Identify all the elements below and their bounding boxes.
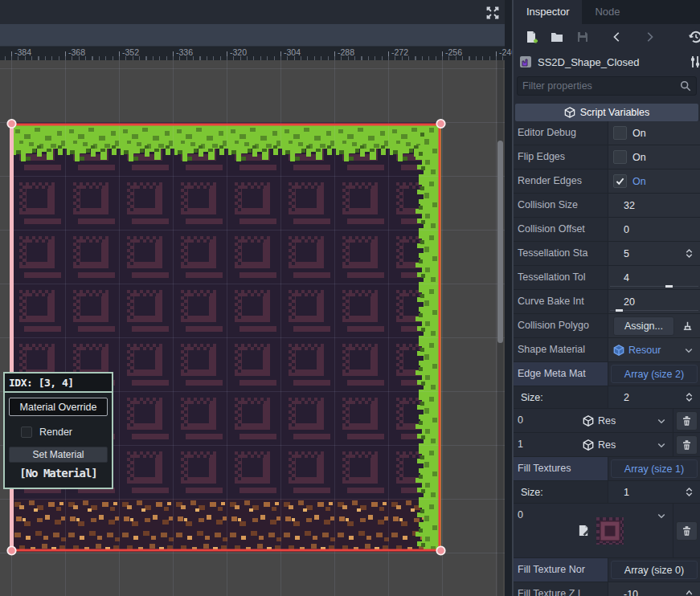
no-material-label: [No Material]: [9, 467, 108, 480]
chevron-down-icon: [657, 440, 666, 450]
tab-inspector[interactable]: Inspector: [514, 0, 582, 24]
resource-cube-icon: [583, 439, 594, 451]
load-resource-icon[interactable]: [551, 31, 563, 43]
material-override-button[interactable]: Material Override: [9, 398, 108, 416]
array-index-label: 0: [514, 504, 542, 557]
resource-cube-icon: [613, 345, 624, 356]
viewport-top-bar: [0, 0, 505, 24]
section-script-variables[interactable]: Script Variables: [515, 104, 698, 121]
number-field[interactable]: 1: [608, 481, 700, 503]
spinner-updown-icon[interactable]: [684, 391, 694, 403]
property-label: Editor Debug: [514, 121, 608, 145]
number-field[interactable]: 5: [608, 242, 700, 265]
object-history-icon[interactable]: [689, 30, 700, 44]
ruler-label: -352: [122, 47, 139, 57]
number-field[interactable]: 0: [608, 218, 700, 241]
history-forward-icon[interactable]: [644, 31, 655, 43]
slider-field[interactable]: 20: [608, 290, 700, 313]
checkbox-unchecked[interactable]: [613, 126, 627, 140]
edit-resource-icon: [578, 525, 590, 537]
ss2d-shape-icon: [518, 55, 533, 69]
dock-tabs: Inspector Node: [514, 0, 700, 24]
ruler-label: -288: [338, 47, 354, 57]
number-field[interactable]: -10: [608, 582, 700, 596]
delete-item-button[interactable]: [676, 411, 698, 431]
property-collision-offset: Collision Offset 0: [514, 218, 700, 242]
property-editor-debug: Editor Debug On: [514, 121, 700, 145]
edited-resource-row[interactable]: SS2D_Shape_Closed: [514, 50, 700, 74]
array-expand-button[interactable]: Array (size 0): [611, 561, 698, 579]
delete-item-button[interactable]: [676, 435, 698, 455]
chevron-down-icon: [657, 416, 666, 426]
spinner-updown-icon[interactable]: [684, 486, 694, 498]
viewport-scrollbar-thumb[interactable]: [497, 141, 503, 343]
2d-viewport[interactable]: -384-368-352-336-320-304-288-272-256-240: [0, 0, 505, 596]
property-flip-edges: Flip Edges On: [514, 145, 700, 169]
filter-properties-input[interactable]: [522, 80, 680, 92]
handle-top-right[interactable]: [436, 120, 444, 128]
ruler-label: -320: [230, 47, 247, 57]
checkbox-checked[interactable]: [613, 174, 627, 188]
property-label: Collision Offset: [514, 218, 608, 241]
edge-material-popup: IDX: [3, 4] Material Override Render Set…: [3, 372, 113, 489]
property-label: Fill Textures: [514, 457, 608, 480]
checkbox-unchecked[interactable]: [613, 150, 627, 164]
slider-field[interactable]: 4: [608, 266, 700, 289]
new-resource-icon[interactable]: [525, 31, 538, 43]
spinner-up-icon[interactable]: [684, 589, 694, 596]
array-index-label: 1: [514, 433, 542, 456]
property-label: Curve Bake Int: [514, 290, 608, 313]
dirt-edge-texture: [13, 499, 440, 552]
spinner-updown-icon[interactable]: [684, 247, 694, 259]
handle-bottom-left[interactable]: [7, 546, 15, 554]
array-expand-button[interactable]: Array (size 1): [611, 459, 698, 478]
extra-options-icon[interactable]: [690, 55, 700, 68]
grass-top-edge: [13, 125, 440, 171]
array-size-label: Size:: [514, 481, 608, 503]
save-resource-icon[interactable]: [576, 31, 589, 43]
slider-track: [610, 310, 698, 311]
property-label: Flip Edges: [514, 145, 608, 169]
expand-viewport-button[interactable]: [484, 4, 501, 22]
resource-dropdown[interactable]: Resour: [608, 338, 700, 361]
array-item-texture-row: 0: [514, 504, 700, 558]
clear-assignment-button[interactable]: [677, 316, 697, 336]
resource-dropdown[interactable]: Res: [542, 409, 673, 432]
array-size-row: Size: 2: [514, 386, 700, 409]
handle-top-left[interactable]: [7, 120, 15, 128]
slider-grabber[interactable]: [616, 309, 623, 312]
render-checkbox[interactable]: [21, 427, 32, 438]
property-render-edges: Render Edges On: [514, 169, 700, 194]
texture-dropdown[interactable]: [542, 504, 673, 557]
canvas-toolbar: [0, 24, 505, 47]
render-label: Render: [39, 427, 72, 438]
property-label: Fill Texture Z I: [514, 582, 608, 596]
slider-grabber[interactable]: [665, 285, 673, 288]
slider-track: [610, 286, 698, 287]
delete-item-button[interactable]: [676, 521, 698, 541]
number-field[interactable]: 32: [608, 194, 700, 217]
history-back-icon[interactable]: [612, 31, 623, 43]
ruler-label: -256: [445, 47, 462, 57]
array-expand-button[interactable]: Array (size 2): [611, 365, 698, 383]
property-edge-meta-materials: Edge Meta Mat Array (size 2): [514, 362, 700, 386]
resource-dropdown[interactable]: Res: [542, 433, 673, 456]
property-collision-size: Collision Size 32: [514, 194, 700, 218]
search-icon: [680, 80, 691, 92]
ruler-label: -384: [14, 47, 31, 57]
canvas-area[interactable]: [0, 60, 505, 596]
trash-icon: [682, 525, 692, 537]
tab-node[interactable]: Node: [582, 0, 632, 24]
godot-editor-window: -384-368-352-336-320-304-288-272-256-240: [0, 0, 700, 596]
property-label: Tessellation Tol: [514, 266, 608, 289]
number-field[interactable]: 2: [608, 386, 700, 408]
horizontal-ruler: -384-368-352-336-320-304-288-272-256-240: [0, 47, 505, 60]
assign-button[interactable]: Assign...: [613, 316, 674, 336]
chevron-down-icon: [684, 345, 694, 355]
property-collision-polygon: Collision Polygo Assign...: [514, 314, 700, 338]
brush-icon: [682, 320, 694, 332]
edge-index-label: IDX: [3, 4]: [5, 374, 112, 393]
handle-bottom-right[interactable]: [436, 546, 444, 554]
set-material-button[interactable]: Set Material: [9, 447, 108, 463]
resource-cube-icon: [583, 415, 594, 427]
